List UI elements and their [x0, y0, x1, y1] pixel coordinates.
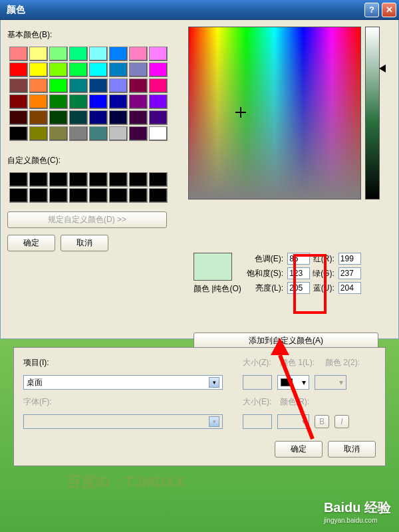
- luminance-slider[interactable]: [365, 27, 380, 200]
- chevron-down-icon: ▾: [209, 377, 219, 388]
- sub-cancel-button[interactable]: 取消: [328, 441, 376, 458]
- watermark-url: jingyan.baidu.com: [324, 517, 391, 524]
- color-field[interactable]: [188, 27, 361, 200]
- color1-combo[interactable]: ▾: [277, 375, 309, 390]
- basic-color-swatch[interactable]: [9, 94, 28, 109]
- color2-combo: ▾: [315, 375, 346, 390]
- basic-color-swatch[interactable]: [29, 78, 48, 93]
- basic-color-swatch[interactable]: [109, 78, 128, 93]
- basic-color-swatch[interactable]: [129, 78, 148, 93]
- custom-color-swatch[interactable]: [49, 188, 68, 203]
- basic-color-swatch[interactable]: [9, 63, 28, 77]
- basic-color-swatch[interactable]: [109, 110, 128, 125]
- basic-color-swatch[interactable]: [89, 110, 108, 125]
- basic-color-swatch[interactable]: [129, 63, 148, 77]
- basic-color-swatch[interactable]: [109, 63, 128, 77]
- basic-color-swatch[interactable]: [49, 78, 68, 93]
- color1-swatch: [281, 378, 293, 386]
- size-spinner: [243, 375, 272, 390]
- hue-input[interactable]: [287, 253, 310, 265]
- custom-color-swatch[interactable]: [9, 172, 28, 187]
- green-input[interactable]: [338, 267, 361, 279]
- custom-color-swatch[interactable]: [129, 172, 148, 187]
- blue-input[interactable]: [338, 282, 361, 294]
- custom-color-swatch[interactable]: [69, 188, 88, 203]
- basic-color-swatch[interactable]: [29, 63, 48, 77]
- basic-color-swatch[interactable]: [89, 47, 108, 61]
- custom-color-swatch[interactable]: [69, 172, 88, 187]
- basic-color-swatch[interactable]: [29, 94, 48, 109]
- window-title: 颜色: [7, 4, 25, 16]
- cancel-button[interactable]: 取消: [61, 235, 108, 251]
- basic-color-swatch[interactable]: [69, 63, 88, 77]
- basic-color-swatch[interactable]: [149, 47, 168, 61]
- basic-color-swatch[interactable]: [49, 94, 68, 109]
- custom-color-swatch[interactable]: [89, 188, 108, 203]
- custom-color-swatch[interactable]: [9, 188, 28, 203]
- custom-color-swatch[interactable]: [89, 172, 108, 187]
- basic-color-swatch[interactable]: [49, 63, 68, 77]
- basic-color-swatch[interactable]: [49, 47, 68, 61]
- custom-color-swatch[interactable]: [49, 172, 68, 187]
- blue-label: 蓝(U):: [313, 283, 336, 294]
- basic-color-swatch[interactable]: [69, 47, 88, 61]
- basic-color-swatch[interactable]: [29, 126, 48, 141]
- basic-color-swatch[interactable]: [49, 126, 68, 141]
- custom-color-swatch[interactable]: [149, 172, 168, 187]
- sat-input[interactable]: [287, 267, 310, 279]
- basic-color-swatch[interactable]: [69, 126, 88, 141]
- color1-label: 颜色 1(L):: [280, 357, 320, 368]
- basic-color-swatch[interactable]: [9, 78, 28, 93]
- basic-color-swatch[interactable]: [49, 110, 68, 125]
- basic-color-swatch[interactable]: [69, 110, 88, 125]
- basic-color-swatch[interactable]: [149, 110, 168, 125]
- sub-ok-button[interactable]: 确定: [275, 441, 323, 458]
- watermark-brand: Baidu 经验: [324, 500, 391, 515]
- define-custom-button[interactable]: 规定自定义颜色(D) >>: [7, 211, 167, 228]
- close-button[interactable]: ✕: [382, 3, 396, 17]
- basic-color-swatch[interactable]: [29, 110, 48, 125]
- basic-color-swatch[interactable]: [9, 126, 28, 141]
- custom-color-swatch[interactable]: [29, 172, 48, 187]
- basic-color-swatch[interactable]: [9, 110, 28, 125]
- basic-color-swatch[interactable]: [129, 94, 148, 109]
- basic-color-swatch[interactable]: [129, 47, 148, 61]
- basic-color-swatch[interactable]: [109, 126, 128, 141]
- custom-colors-label: 自定义颜色(C):: [7, 155, 180, 166]
- basic-color-swatch[interactable]: [89, 126, 108, 141]
- basic-color-swatch[interactable]: [109, 94, 128, 109]
- custom-color-swatch[interactable]: [109, 172, 128, 187]
- item-combo[interactable]: 桌面 ▾: [23, 375, 223, 390]
- custom-color-swatch[interactable]: [109, 188, 128, 203]
- basic-color-swatch[interactable]: [149, 78, 168, 93]
- red-input[interactable]: [338, 253, 361, 265]
- color-solid-label: 颜色 |纯色(O): [194, 283, 241, 295]
- italic-button: I: [334, 415, 349, 428]
- help-button[interactable]: ?: [364, 3, 379, 17]
- basic-color-swatch[interactable]: [149, 94, 168, 109]
- ok-button[interactable]: 确定: [7, 235, 55, 251]
- color-r-label: 颜色(R):: [280, 396, 320, 408]
- custom-color-swatch[interactable]: [129, 188, 148, 203]
- basic-color-swatch[interactable]: [29, 47, 48, 61]
- basic-color-swatch[interactable]: [129, 126, 148, 141]
- basic-color-swatch[interactable]: [149, 126, 168, 141]
- custom-color-swatch[interactable]: [29, 188, 48, 203]
- basic-color-swatch[interactable]: [89, 63, 108, 77]
- basic-color-swatch[interactable]: [89, 78, 108, 93]
- lum-input[interactable]: [287, 282, 310, 294]
- sat-label: 饱和度(S):: [247, 268, 285, 279]
- basic-color-swatch[interactable]: [149, 63, 168, 77]
- hue-label: 色调(E):: [247, 253, 285, 265]
- close-icon: ✕: [386, 5, 393, 15]
- basic-color-swatch[interactable]: [129, 110, 148, 125]
- basic-color-swatch[interactable]: [109, 47, 128, 61]
- basic-color-swatch[interactable]: [69, 94, 88, 109]
- custom-color-swatch[interactable]: [149, 188, 168, 203]
- chevron-down-icon: ▾: [302, 417, 306, 426]
- basic-color-swatch[interactable]: [89, 94, 108, 109]
- color-dialog: 基本颜色(B): 自定义颜色(C): 规定自定义颜色(D) >> 确定 取消 颜…: [0, 20, 399, 339]
- basic-color-swatch[interactable]: [9, 47, 28, 61]
- chevron-down-icon: ▾: [209, 416, 219, 427]
- basic-color-swatch[interactable]: [69, 78, 88, 93]
